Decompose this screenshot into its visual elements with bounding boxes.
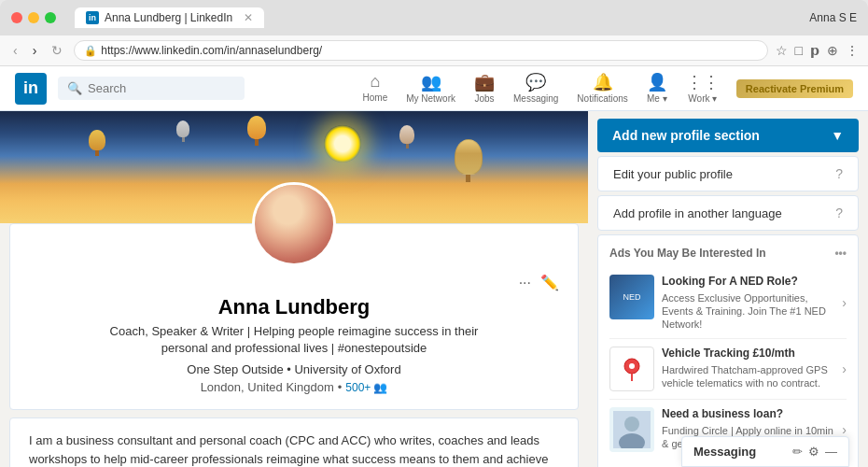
edit-public-profile-button[interactable]: Edit your public profile ? [597,156,859,191]
ad-desc-1: Access Exclusive Opportunities, Events &… [662,291,834,332]
info-circle-icon: ? [835,205,843,220]
more-options-button[interactable]: ··· [519,274,531,291]
tab-title: Anna Lundberg | LinkedIn [105,11,232,24]
ad-thumb-1: NED [609,275,654,319]
svg-point-1 [629,363,635,369]
nav-work-label: Work ▾ [688,93,717,104]
avatar [252,182,336,266]
address-bar[interactable]: 🔒 https://www.linkedin.com/in/annaselund… [74,40,767,61]
add-section-arrow-icon: ▼ [831,128,844,143]
search-input[interactable] [88,81,218,95]
profile-area: ··· ✏️ Anna Lundberg Coach, Speaker & Wr… [0,111,588,467]
profile-education: One Step Outside • University of Oxford [29,362,559,376]
secure-icon: 🔒 [84,45,97,57]
home-icon: ⌂ [370,72,380,92]
nav-me-label: Me ▾ [647,93,667,104]
me-avatar-icon: 👤 [647,72,667,92]
connections-number: 500+ [345,381,371,394]
browser-tab[interactable]: in Anna Lundberg | LinkedIn ✕ [75,7,264,28]
nav-network[interactable]: 👥 My Network [397,66,465,111]
extension-icon[interactable]: □ [795,43,803,58]
linkedin-logo: in [15,73,47,105]
ad-content-1: Looking For A NED Role? Access Exclusive… [662,275,834,331]
messaging-compose-button[interactable]: ✏ [792,445,803,459]
person-photo-icon [613,411,651,448]
svg-point-3 [624,417,639,432]
browser-chrome: in Anna Lundberg | LinkedIn ✕ Anna S E ‹… [0,0,868,66]
add-section-button[interactable]: Add new profile section ▼ [597,119,859,152]
more-icon[interactable]: ⋮ [846,43,859,58]
ad-desc-2: Hardwired Thatcham-approved GPS vehicle … [662,363,834,390]
work-grid-icon: ⋮⋮ [686,72,720,92]
browser-titlebar: in Anna Lundberg | LinkedIn ✕ Anna S E [0,0,868,35]
messaging-popup: Messaging ✏ ⚙ — [681,436,849,467]
browser-toolbar: ‹ › ↻ 🔒 https://www.linkedin.com/in/anna… [0,35,868,66]
nav-work[interactable]: ⋮⋮ Work ▾ [677,66,729,111]
balloon-1 [89,130,105,156]
profile-location: London, United Kingdom • 500+ 👥 [29,380,559,394]
main-content: ··· ✏️ Anna Lundberg Coach, Speaker & Wr… [0,111,868,467]
messaging-minimize-button[interactable]: — [825,445,837,459]
ad-thumb-2 [609,347,654,391]
ads-more-button[interactable]: ••• [834,247,847,260]
profile-headline: Coach, Speaker & Writer | Helping people… [107,323,481,357]
nav-home[interactable]: ⌂ Home [354,66,398,111]
sun-graphic [324,125,361,163]
ads-header: Ads You May Be Interested In ••• [609,247,847,260]
ad-content-2: Vehicle Tracking £10/mth Hardwired Thatc… [662,347,834,389]
forward-button[interactable]: › [29,41,41,60]
browser-url: https://www.linkedin.com/in/annaselundbe… [101,44,322,57]
map-pin-icon [618,355,646,383]
nav-jobs[interactable]: 💼 Jobs [465,66,504,111]
ad-chevron-1: › [842,295,847,310]
close-dot[interactable] [11,12,22,23]
avatar-image [255,185,333,263]
ads-title: Ads You May Be Interested In [609,247,766,260]
messaging-icon: 💬 [525,72,546,92]
jobs-icon: 💼 [474,72,495,92]
messaging-popup-label: Messaging [693,445,756,459]
layers-icon[interactable]: ⊕ [827,43,838,58]
browser-user: Anna S E [809,11,857,24]
ad-title-2: Vehicle Tracking £10/mth [662,347,834,361]
premium-button[interactable]: Reactivate Premium [736,79,853,98]
add-language-label: Add profile in another language [613,206,782,220]
balloon-4 [399,125,414,149]
tab-close-icon[interactable]: ✕ [244,11,253,24]
ad-item-2[interactable]: Vehicle Tracking £10/mth Hardwired Thatc… [609,339,847,400]
separator: • [338,380,343,394]
add-language-button[interactable]: Add profile in another language ? [597,195,859,231]
back-button[interactable]: ‹ [9,41,21,60]
notifications-icon: 🔔 [593,72,613,92]
refresh-button[interactable]: ↻ [48,41,66,60]
avatar-container [29,182,559,266]
nav-jobs-label: Jobs [474,93,494,104]
minimize-dot[interactable] [28,12,39,23]
edit-profile-label: Edit your public profile [613,167,733,181]
nav-messaging-label: Messaging [513,93,558,104]
maximize-dot[interactable] [45,12,56,23]
ad-thumb-3 [609,407,654,452]
nav-notifications[interactable]: 🔔 Notifications [567,66,637,111]
messaging-popup-actions: ✏ ⚙ — [792,445,837,459]
network-icon: 👥 [421,72,441,92]
ad-title-3: Need a business loan? [662,407,834,422]
nav-messaging[interactable]: 💬 Messaging [504,66,567,111]
messaging-settings-button[interactable]: ⚙ [808,445,819,459]
pinterest-icon[interactable]: 𝗽 [810,43,819,58]
connections-icon: 👥 [373,381,387,394]
edit-profile-button[interactable]: ✏️ [540,274,559,291]
profile-actions: ··· ✏️ [29,274,559,291]
search-bar[interactable]: 🔍 [58,77,245,100]
bookmark-icon[interactable]: ☆ [776,43,788,58]
linkedin-navbar: in 🔍 ⌂ Home 👥 My Network 💼 Jobs 💬 Messag… [0,66,868,111]
nav-me[interactable]: 👤 Me ▾ [637,66,677,111]
connections-count[interactable]: 500+ 👥 [345,381,387,394]
nav-network-label: My Network [406,93,455,104]
right-sidebar: Add new profile section ▼ Edit your publ… [588,111,868,467]
profile-name: Anna Lundberg [29,295,559,319]
ad-item-1[interactable]: NED Looking For A NED Role? Access Exclu… [609,267,847,339]
linkedin-favicon: in [86,11,99,24]
nav-home-label: Home [363,92,388,103]
ad-title-1: Looking For A NED Role? [662,275,834,290]
